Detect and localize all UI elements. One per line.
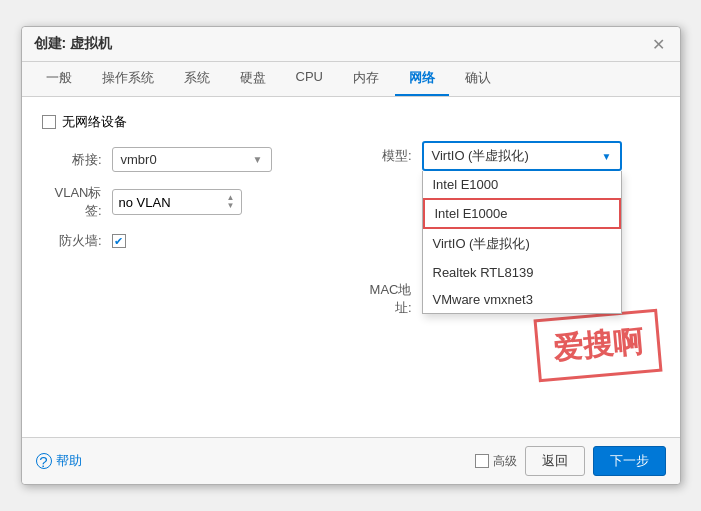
help-label: 帮助: [56, 452, 82, 470]
model-value: VirtIO (半虚拟化): [432, 147, 529, 165]
tab-os[interactable]: 操作系统: [88, 62, 168, 96]
tab-confirm[interactable]: 确认: [451, 62, 505, 96]
bridge-arrow-icon: ▼: [253, 154, 263, 165]
dropdown-item-e1000e[interactable]: Intel E1000e: [423, 198, 621, 229]
dropdown-item-virtio[interactable]: VirtIO (半虚拟化): [423, 229, 621, 259]
footer-right: 高级 返回 下一步: [475, 446, 666, 476]
bridge-label: 桥接:: [42, 151, 112, 169]
advanced-checkbox[interactable]: [475, 454, 489, 468]
create-vm-dialog: 创建: 虚拟机 ✕ 一般 操作系统 系统 硬盘 CPU 内存 网络 确认 无网络…: [21, 26, 681, 485]
close-button[interactable]: ✕: [650, 35, 668, 53]
bridge-select[interactable]: vmbr0 ▼: [112, 147, 272, 172]
dialog-title: 创建: 虚拟机: [34, 35, 113, 53]
firewall-label: 防火墙:: [42, 232, 112, 250]
bridge-input: vmbr0 ▼: [112, 147, 272, 172]
dropdown-item-e1000[interactable]: Intel E1000: [423, 171, 621, 198]
vlan-value: no VLAN: [119, 195, 171, 210]
back-button[interactable]: 返回: [525, 446, 585, 476]
tab-general[interactable]: 一般: [32, 62, 86, 96]
help-icon: ?: [36, 453, 52, 469]
bridge-value: vmbr0: [121, 152, 157, 167]
dropdown-item-vmxnet3[interactable]: VMware vmxnet3: [423, 286, 621, 313]
firewall-checkbox[interactable]: ✔: [112, 234, 126, 248]
tab-disk[interactable]: 硬盘: [226, 62, 280, 96]
advanced-label: 高级: [493, 453, 517, 470]
spinner-down-icon: ▼: [227, 202, 235, 210]
vlan-select[interactable]: no VLAN ▲ ▼: [112, 189, 242, 215]
help-button[interactable]: ? 帮助: [36, 452, 82, 470]
model-select-wrapper: VirtIO (半虚拟化) ▼ Intel E1000 Intel E1000e…: [422, 141, 622, 171]
tab-system[interactable]: 系统: [170, 62, 224, 96]
dropdown-item-rtl8139[interactable]: Realtek RTL8139: [423, 259, 621, 286]
right-section: 模型: VirtIO (半虚拟化) ▼ Intel E1000 Intel E1…: [362, 141, 622, 329]
no-network-row: 无网络设备: [42, 113, 660, 131]
no-network-checkbox[interactable]: [42, 115, 56, 129]
footer: ? 帮助 高级 返回 下一步: [22, 437, 680, 484]
tab-cpu[interactable]: CPU: [282, 62, 337, 96]
model-select[interactable]: VirtIO (半虚拟化) ▼: [422, 141, 622, 171]
model-arrow-icon: ▼: [602, 151, 612, 162]
vlan-label: VLAN标签:: [42, 184, 112, 220]
model-label: 模型:: [362, 147, 422, 165]
model-row: 模型: VirtIO (半虚拟化) ▼ Intel E1000 Intel E1…: [362, 141, 622, 171]
tab-network[interactable]: 网络: [395, 62, 449, 96]
mac-label: MAC地址:: [362, 281, 422, 317]
vlan-input: no VLAN ▲ ▼: [112, 189, 242, 215]
no-network-label: 无网络设备: [62, 113, 127, 131]
tab-bar: 一般 操作系统 系统 硬盘 CPU 内存 网络 确认: [22, 62, 680, 97]
advanced-row: 高级: [475, 453, 517, 470]
tab-memory[interactable]: 内存: [339, 62, 393, 96]
next-button[interactable]: 下一步: [593, 446, 666, 476]
tab-content: 无网络设备 桥接: vmbr0 ▼ VLAN标签: no VLAN ▲ ▼: [22, 97, 680, 437]
title-bar: 创建: 虚拟机 ✕: [22, 27, 680, 62]
model-dropdown: Intel E1000 Intel E1000e VirtIO (半虚拟化) R…: [422, 171, 622, 314]
vlan-spinner[interactable]: ▲ ▼: [227, 194, 235, 210]
